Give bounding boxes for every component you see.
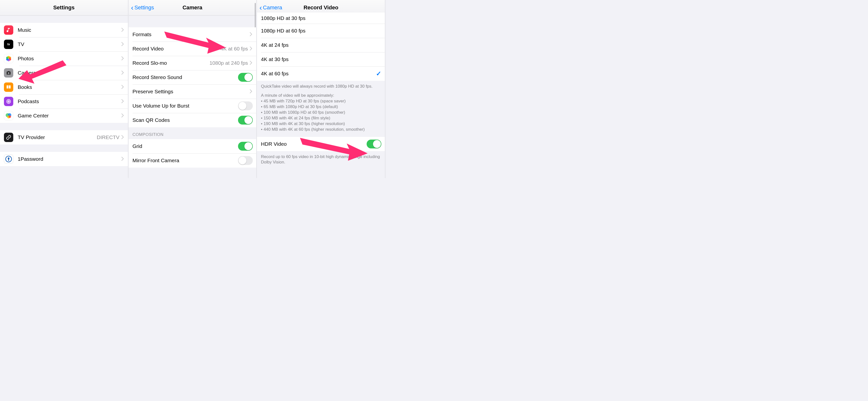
back-label: Settings — [134, 4, 154, 11]
label: Use Volume Up for Burst — [132, 103, 238, 109]
chevron-right-icon — [250, 32, 253, 37]
row-volume-burst[interactable]: Use Volume Up for Burst — [129, 99, 256, 113]
label: Podcasts — [18, 98, 121, 104]
row-music[interactable]: Music — [0, 23, 128, 37]
navbar: Settings — [0, 0, 128, 16]
label: Grid — [132, 143, 238, 149]
detail: DIRECTV — [97, 135, 119, 140]
row-camera[interactable]: Camera — [0, 66, 128, 80]
page-title: Record Video — [304, 4, 338, 11]
label: Photos — [18, 56, 121, 61]
label: Record Stereo Sound — [132, 74, 238, 80]
label: Game Center — [18, 113, 121, 119]
svg-point-13 — [9, 115, 11, 118]
row-gamecenter[interactable]: Game Center — [0, 109, 128, 123]
back-button[interactable]: ‹ Settings — [131, 0, 154, 15]
toggle-scan-qr[interactable] — [238, 116, 253, 124]
label: Books — [18, 84, 121, 90]
label: HDR Video — [261, 141, 367, 147]
tv-provider-group: TV Provider DIRECTV — [0, 130, 128, 144]
content-scroll[interactable]: Music tv TV — [0, 16, 128, 178]
label: Preserve Settings — [132, 89, 250, 94]
pane-camera: ‹ Settings Camera Formats Record Video 4… — [129, 0, 257, 178]
toggle-volume-burst[interactable] — [238, 102, 253, 110]
toggle-grid[interactable] — [238, 142, 253, 151]
footer-bullet: • 45 MB with 720p HD at 30 fps (space sa… — [261, 98, 381, 104]
photos-icon — [4, 54, 13, 63]
label: Record Video — [132, 46, 221, 52]
label: TV — [18, 41, 121, 47]
content-scroll[interactable]: 1080p HD at 30 fps 1080p HD at 60 fps 4K… — [257, 12, 385, 178]
chevron-right-icon — [121, 99, 124, 104]
camera-group-composition: Grid Mirror Front Camera — [129, 139, 256, 168]
row-hdr-video[interactable]: HDR Video — [257, 137, 385, 151]
1password-icon — [4, 154, 13, 164]
navbar: ‹ Settings Camera — [129, 0, 256, 16]
chevron-right-icon — [250, 47, 253, 51]
hdr-group: HDR Video — [257, 137, 385, 151]
pane-record-video: ‹ Camera Record Video 1080p HD at 30 fps… — [257, 0, 385, 178]
chevron-right-icon — [250, 89, 253, 94]
label: 1080p HD at 30 fps — [261, 15, 381, 21]
chevron-right-icon — [121, 56, 124, 61]
label: Scan QR Codes — [132, 117, 238, 123]
chevron-right-icon — [121, 135, 124, 140]
row-tv[interactable]: tv TV — [0, 37, 128, 52]
back-label: Camera — [263, 4, 282, 11]
svg-rect-16 — [8, 159, 9, 161]
row-option-1080p60[interactable]: 1080p HD at 60 fps — [257, 24, 385, 38]
row-mirror-front[interactable]: Mirror Front Camera — [129, 153, 256, 168]
camera-group-1: Formats Record Video 4K at 60 fps Record… — [129, 27, 256, 127]
label: Formats — [132, 31, 250, 37]
toggle-hdr[interactable] — [367, 140, 381, 148]
page-title: Camera — [182, 4, 203, 11]
toggle-mirror-front[interactable] — [238, 156, 253, 165]
row-formats[interactable]: Formats — [129, 27, 256, 41]
music-icon — [4, 25, 13, 35]
chevron-right-icon — [250, 61, 253, 65]
content-scroll[interactable]: Formats Record Video 4K at 60 fps Record… — [129, 16, 256, 178]
page-title: Settings — [53, 4, 74, 11]
row-grid[interactable]: Grid — [129, 139, 256, 153]
label: 1Password — [18, 156, 121, 162]
chevron-right-icon — [121, 70, 124, 75]
label: Camera — [18, 70, 121, 76]
label: Music — [18, 27, 121, 33]
label: TV Provider — [18, 135, 97, 140]
footer-bullet: • 100 MB with 1080p HD at 60 fps (smooth… — [261, 110, 381, 115]
tv-icon: tv — [4, 40, 13, 49]
quicktake-footer: QuickTake video will always record with … — [257, 81, 385, 137]
footer-bullet: • 150 MB with 4K at 24 fps (film style) — [261, 115, 381, 121]
checkmark-icon: ✓ — [376, 70, 381, 78]
row-preserve-settings[interactable]: Preserve Settings — [129, 84, 256, 99]
label: Record Slo-mo — [132, 60, 210, 66]
row-books[interactable]: Books — [0, 80, 128, 94]
footer-bullet: • 440 MB with 4K at 60 fps (higher resol… — [261, 127, 381, 133]
group-header-composition: COMPOSITION — [129, 127, 256, 139]
row-photos[interactable]: Photos — [0, 52, 128, 66]
svg-point-5 — [6, 57, 9, 59]
row-option-4k24[interactable]: 4K at 24 fps — [257, 38, 385, 52]
row-record-video[interactable]: Record Video 4K at 60 fps — [129, 41, 256, 56]
row-option-1080p30[interactable]: 1080p HD at 30 fps — [257, 12, 385, 24]
footer-text: A minute of video will be approximately: — [261, 93, 381, 98]
footer-text: QuickTake video will always record with … — [261, 84, 381, 89]
toggle-stereo[interactable] — [238, 73, 253, 82]
footer-bullet: • 190 MB with 4K at 30 fps (higher resol… — [261, 121, 381, 127]
row-1password[interactable]: 1Password — [0, 152, 128, 166]
label: 4K at 30 fps — [261, 56, 381, 62]
pane-settings: Settings Music tv TV — [0, 0, 129, 178]
row-tvprovider[interactable]: TV Provider DIRECTV — [0, 130, 128, 144]
record-options-group: 1080p HD at 30 fps 1080p HD at 60 fps 4K… — [257, 12, 385, 81]
row-stereo-sound[interactable]: Record Stereo Sound — [129, 70, 256, 84]
podcasts-icon — [4, 97, 13, 106]
link-icon — [4, 133, 13, 142]
chevron-right-icon — [121, 157, 124, 161]
chevron-right-icon — [121, 28, 124, 32]
row-record-slomo[interactable]: Record Slo-mo 1080p at 240 fps — [129, 56, 256, 70]
footer-bullet: • 65 MB with 1080p HD at 30 fps (default… — [261, 104, 381, 110]
row-option-4k60[interactable]: 4K at 60 fps ✓ — [257, 66, 385, 81]
row-scan-qr[interactable]: Scan QR Codes — [129, 113, 256, 127]
row-option-4k30[interactable]: 4K at 30 fps — [257, 52, 385, 66]
row-podcasts[interactable]: Podcasts — [0, 94, 128, 109]
